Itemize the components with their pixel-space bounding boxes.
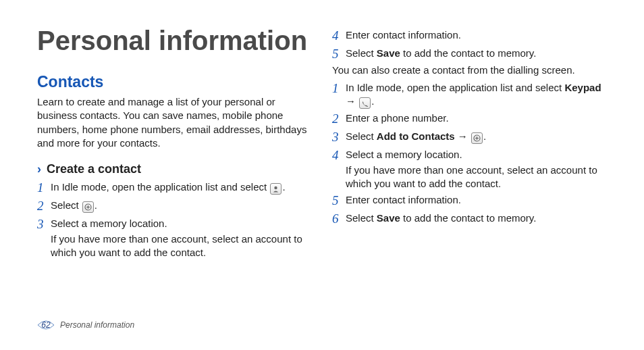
chevron-right-icon: › — [37, 162, 41, 176]
step-number: 2 — [332, 111, 346, 127]
step: 1In Idle mode, open the application list… — [37, 180, 312, 196]
right-paragraph: You can also create a contact from the d… — [332, 64, 607, 77]
step-number: 5 — [332, 47, 346, 62]
page-title: Personal information — [37, 26, 312, 55]
step: 1In Idle mode, open the application list… — [332, 81, 607, 109]
step-body: Select Save to add the contact to memory… — [346, 211, 607, 225]
create-icon — [471, 132, 483, 144]
left-steps: 1In Idle mode, open the application list… — [37, 180, 312, 259]
phone-icon — [359, 97, 371, 109]
bold-text: Save — [377, 47, 400, 59]
subheading-text: Create a contact — [47, 162, 141, 176]
section-heading: Contacts — [37, 73, 312, 91]
step-number: 5 — [332, 193, 346, 209]
step: 5Select Save to add the contact to memor… — [332, 47, 607, 62]
columns: Personal information Contacts Learn to c… — [0, 26, 644, 261]
right-steps-continued: 4Enter contact information.5Select Save … — [332, 28, 607, 62]
right-steps-second: 1In Idle mode, open the application list… — [332, 81, 607, 227]
footer-label: Personal information — [60, 320, 134, 330]
contacts-icon — [270, 183, 281, 195]
step-number: 3 — [37, 217, 51, 232]
step-number: 1 — [37, 180, 51, 196]
step-number: 2 — [37, 199, 51, 214]
step-body: Enter contact information. — [346, 193, 607, 207]
step: 3Select Add to Contacts → . — [332, 130, 607, 145]
page-number: 62 — [41, 320, 50, 330]
step-body: Select a memory location.If you have mor… — [346, 148, 607, 191]
step-body: Select Add to Contacts → . — [346, 130, 607, 144]
page-number-badge: 62 — [37, 319, 55, 331]
bold-text: Add to Contacts — [377, 130, 455, 142]
step-body: Select . — [51, 199, 312, 213]
step-body: Enter contact information. — [346, 28, 607, 42]
step-number: 4 — [332, 28, 346, 44]
step-body: Enter a phone number. — [346, 111, 607, 125]
bold-text: Save — [377, 212, 400, 224]
step-body: Select a memory location.If you have mor… — [51, 217, 312, 260]
step-number: 4 — [332, 148, 346, 164]
step-number: 3 — [332, 130, 346, 145]
step-note: If you have more than one account, selec… — [51, 232, 312, 260]
section-intro: Learn to create and manage a list of you… — [37, 95, 312, 150]
page-footer: 62 Personal information — [37, 319, 134, 331]
subheading: › Create a contact — [37, 162, 312, 176]
step: 2Select . — [37, 199, 312, 214]
step: 6Select Save to add the contact to memor… — [332, 211, 607, 227]
step-number: 6 — [332, 211, 346, 227]
step: 3Select a memory location.If you have mo… — [37, 217, 312, 260]
right-column: 4Enter contact information.5Select Save … — [332, 26, 607, 261]
page: Personal information Contacts Learn to c… — [0, 0, 644, 350]
step-number: 1 — [332, 81, 346, 97]
step-body: In Idle mode, open the application list … — [346, 81, 607, 109]
left-column: Personal information Contacts Learn to c… — [37, 26, 312, 261]
step: 4Select a memory location.If you have mo… — [332, 148, 607, 191]
step-body: Select Save to add the contact to memory… — [346, 47, 607, 60]
step-note: If you have more than one account, selec… — [346, 164, 607, 191]
step: 5Enter contact information. — [332, 193, 607, 209]
bold-text: Keypad — [564, 82, 601, 93]
step: 4Enter contact information. — [332, 28, 607, 44]
create-icon — [82, 201, 94, 213]
step-body: In Idle mode, open the application list … — [51, 180, 312, 195]
step: 2Enter a phone number. — [332, 111, 607, 127]
